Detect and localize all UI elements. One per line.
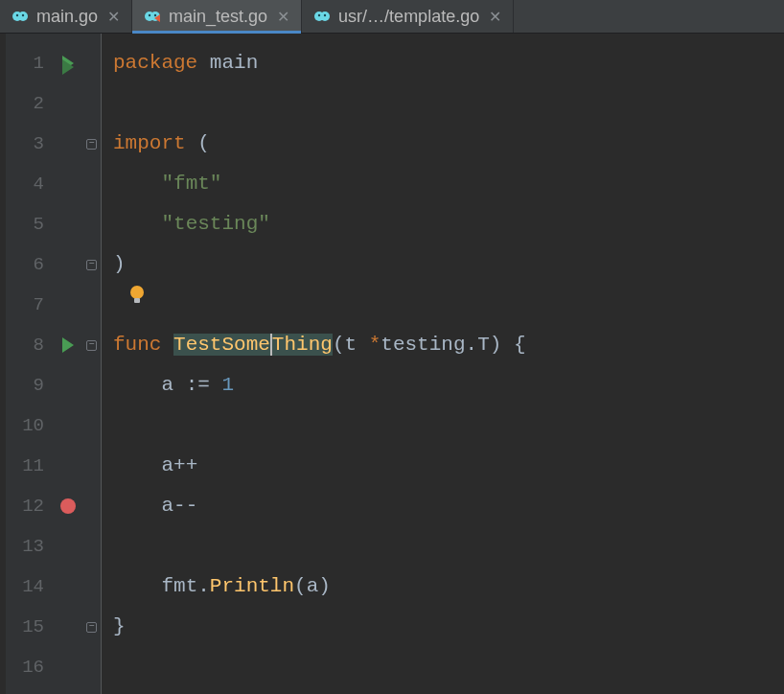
tab-label: main_test.go [169, 7, 267, 27]
code-line[interactable]: import ( [102, 124, 784, 164]
code-line[interactable]: package main [102, 43, 784, 83]
close-icon[interactable]: ✕ [487, 8, 503, 26]
code-line[interactable]: func TestSomeThing(t *testing.T) { [102, 325, 784, 365]
line-number: 7 [6, 285, 54, 325]
code-line[interactable]: fmt.Println(a) [102, 567, 784, 607]
line-number: 8 [6, 325, 54, 365]
close-icon[interactable]: ✕ [275, 8, 291, 26]
fold-toggle-icon[interactable]: − [86, 139, 97, 150]
go-test-file-icon [144, 10, 161, 23]
line-number: 15 [6, 607, 54, 647]
code-line[interactable]: a-- [102, 486, 784, 526]
line-number: 1 [6, 43, 54, 83]
line-number: 11 [6, 446, 54, 486]
code-editor[interactable]: 1 2 3 4 5 6 7 8 9 10 11 12 13 14 15 16 [0, 34, 784, 694]
run-test-icon[interactable] [62, 337, 74, 353]
line-number: 14 [6, 567, 54, 607]
svg-rect-13 [134, 298, 140, 303]
fold-end-icon[interactable]: − [86, 622, 97, 633]
run-file-icon[interactable] [62, 56, 74, 71]
tab-main-test-go[interactable]: main_test.go ✕ [132, 0, 302, 33]
go-file-icon [12, 10, 29, 23]
line-number: 16 [6, 647, 54, 687]
fold-column[interactable]: − − − − [82, 34, 102, 694]
line-number: 3 [6, 124, 54, 164]
svg-point-6 [149, 14, 150, 16]
code-line[interactable]: ) [102, 244, 784, 285]
line-number: 10 [6, 405, 54, 446]
line-number-gutter: 1 2 3 4 5 6 7 8 9 10 11 12 13 14 15 16 [6, 34, 54, 694]
code-line[interactable] [102, 83, 784, 124]
code-line[interactable]: } [102, 607, 784, 647]
close-icon[interactable]: ✕ [105, 8, 122, 26]
intention-bulb-icon[interactable] [128, 285, 146, 306]
svg-point-11 [324, 14, 326, 16]
line-number: 4 [6, 164, 54, 204]
line-number: 2 [6, 83, 54, 124]
tab-label: main.go [36, 7, 98, 27]
svg-point-12 [130, 286, 144, 299]
svg-point-2 [16, 14, 18, 16]
tab-label: usr/…/template.go [338, 7, 479, 27]
tab-template-go[interactable]: usr/…/template.go ✕ [302, 0, 514, 33]
code-line[interactable] [102, 647, 784, 687]
fold-end-icon[interactable]: − [86, 260, 97, 270]
code-area[interactable]: package main import ( "fmt" "testing" ) … [102, 34, 784, 694]
line-number: 6 [6, 244, 54, 285]
line-number: 5 [6, 204, 54, 244]
svg-point-7 [154, 14, 156, 16]
svg-point-10 [318, 14, 320, 16]
line-number: 9 [6, 365, 54, 405]
code-line[interactable]: a++ [102, 446, 784, 486]
fold-toggle-icon[interactable]: − [86, 340, 97, 351]
code-line[interactable] [102, 405, 784, 446]
code-line[interactable] [102, 285, 784, 325]
go-file-icon [313, 10, 331, 23]
gutter-icon-column[interactable] [54, 34, 82, 694]
editor-tab-bar: main.go ✕ main_test.go ✕ usr/…/template.… [0, 0, 784, 34]
code-line[interactable]: a := 1 [102, 365, 784, 405]
code-line[interactable]: "testing" [102, 204, 784, 244]
code-line[interactable] [102, 526, 784, 567]
svg-point-3 [22, 14, 24, 16]
line-number: 12 [6, 486, 54, 526]
code-line[interactable]: "fmt" [102, 164, 784, 204]
breakpoint-icon[interactable] [60, 498, 76, 514]
tab-main-go[interactable]: main.go ✕ [0, 0, 132, 33]
line-number: 13 [6, 526, 54, 567]
